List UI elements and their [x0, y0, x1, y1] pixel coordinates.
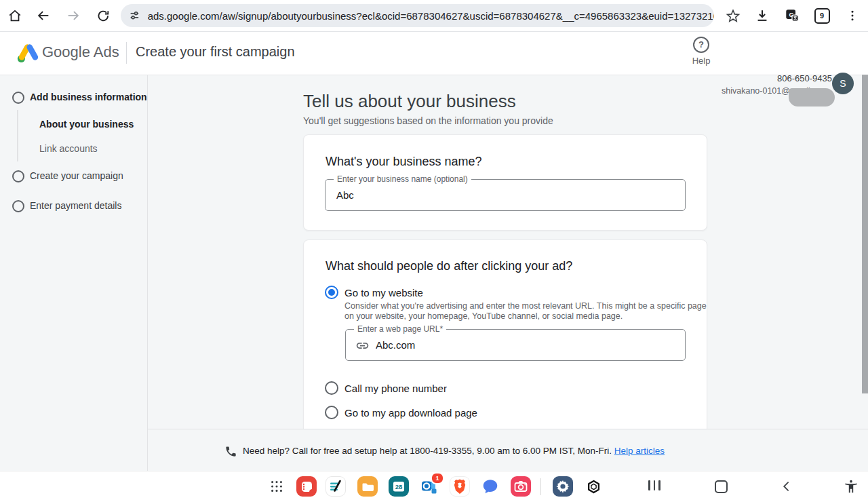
browser-menu-button[interactable]	[843, 6, 862, 25]
brand-name: Google Ads	[42, 43, 119, 61]
phone-icon	[224, 445, 237, 458]
chatgpt-icon	[585, 478, 603, 496]
chatgpt-app-button[interactable]	[583, 476, 604, 497]
account-phone-number: 806-650-9435	[777, 73, 832, 83]
help-button[interactable]: ? Help	[688, 37, 715, 66]
ad-action-card: What should people do after clicking you…	[303, 239, 707, 429]
redaction-overlay	[789, 88, 835, 107]
sidebar-step-add-business-info[interactable]: Add business information	[30, 92, 147, 102]
site-settings-icon	[129, 9, 141, 22]
forward-icon	[66, 8, 81, 23]
recents-icon	[647, 480, 663, 493]
extensions-button[interactable]: 9	[812, 6, 831, 25]
home-nav-button[interactable]	[711, 476, 731, 497]
radio-go-to-app-download-page[interactable]	[325, 406, 338, 419]
reload-icon	[96, 9, 111, 23]
forward-button[interactable]	[64, 6, 83, 25]
sidebar-substep-about-your-business[interactable]: About your business	[39, 119, 134, 130]
business-name-question: What's your business name?	[326, 155, 482, 169]
go-to-website-description-line2: on your website, your homepage, YouTube …	[344, 311, 623, 322]
reminder-icon	[296, 476, 317, 497]
address-bar[interactable]: ads.google.com/aw/signup/aboutyourbusine…	[121, 4, 714, 27]
camera-icon	[511, 476, 531, 497]
app-grid-icon	[269, 479, 284, 494]
my-files-app-button[interactable]	[357, 476, 378, 497]
outlook-app-button[interactable]: 1	[419, 476, 439, 497]
radio-call-my-phone-number[interactable]	[325, 381, 338, 395]
bookmark-button[interactable]	[724, 6, 743, 25]
download-icon	[755, 8, 770, 23]
accessibility-icon	[844, 479, 859, 494]
home-nav-icon	[715, 480, 728, 493]
translate-icon: G	[785, 8, 800, 23]
help-footer: Need help? Call for free ad setup help a…	[148, 429, 868, 471]
recents-nav-button[interactable]	[644, 476, 665, 497]
back-chevron-icon	[780, 480, 793, 493]
progress-sidebar: Add business information About your busi…	[0, 75, 148, 471]
notes-app-button[interactable]	[326, 476, 346, 497]
camera-app-button[interactable]	[511, 476, 531, 497]
page-title: Create your first campaign	[136, 44, 295, 60]
radio-go-to-website[interactable]	[325, 286, 338, 299]
home-button[interactable]	[5, 6, 24, 25]
header-divider	[126, 42, 127, 64]
section-subtitle: You'll get suggestions based on the info…	[303, 115, 553, 126]
settings-app-button[interactable]	[553, 476, 573, 497]
star-icon	[726, 8, 741, 23]
sidebar-substep-link-accounts[interactable]: Link accounts	[39, 143, 98, 154]
messages-app-button[interactable]	[480, 476, 500, 497]
avatar[interactable]: S	[832, 73, 854, 94]
calendar-icon: 28	[389, 476, 409, 497]
taskbar-separator	[540, 478, 541, 495]
step2-circle	[12, 170, 24, 182]
chat-bubble-icon	[481, 477, 500, 496]
back-nav-button[interactable]	[776, 476, 797, 497]
web-page-url-field[interactable]: Enter a web page URL*	[345, 329, 686, 361]
notes-icon	[326, 476, 346, 497]
back-button[interactable]	[34, 6, 53, 25]
radio-go-to-app-download-page-label[interactable]: Go to my app download page	[344, 407, 477, 419]
step-connector	[17, 110, 18, 161]
screen: ads.google.com/aw/signup/aboutyourbusine…	[0, 0, 868, 502]
step1-circle	[12, 92, 24, 104]
business-name-card: What's your business name? Enter your bu…	[303, 134, 707, 231]
brave-app-button[interactable]	[450, 476, 470, 497]
business-name-input[interactable]	[326, 180, 685, 210]
sidebar-step-create-your-campaign[interactable]: Create your campaign	[30, 170, 123, 181]
browser-toolbar: ads.google.com/aw/signup/aboutyourbusine…	[0, 0, 868, 32]
web-page-url-input[interactable]	[346, 330, 685, 360]
scrollbar[interactable]	[862, 75, 868, 393]
reload-button[interactable]	[94, 6, 113, 25]
radio-call-my-phone-number-label[interactable]: Call my phone number	[344, 383, 447, 394]
radio-go-to-website-label[interactable]: Go to my website	[344, 287, 423, 298]
outlook-notification-badge: 1	[431, 472, 444, 484]
go-to-website-description-line1: Consider what you're advertising and ent…	[344, 301, 707, 311]
app-drawer-button[interactable]	[267, 476, 287, 497]
ad-action-question: What should people do after clicking you…	[326, 259, 572, 273]
extensions-count-badge: 9	[814, 8, 830, 24]
help-icon: ?	[693, 37, 709, 53]
folder-icon	[357, 476, 378, 497]
home-icon	[7, 8, 22, 23]
calendar-day-number: 28	[395, 483, 403, 490]
section-title: Tell us about your business	[303, 91, 516, 112]
url-text: ads.google.com/aw/signup/aboutyourbusine…	[148, 10, 714, 22]
step3-circle	[12, 200, 24, 212]
app-header: Google Ads Create your first campaign ? …	[0, 31, 868, 75]
taskbar: 28 1	[0, 471, 868, 502]
brave-icon	[450, 476, 470, 497]
gear-icon	[553, 476, 573, 497]
back-icon	[36, 8, 51, 23]
translate-button[interactable]: G	[783, 6, 802, 25]
main-content: Tell us about your business You'll get s…	[148, 75, 868, 429]
need-help-text: Need help? Call for free ad setup help a…	[243, 446, 665, 456]
accessibility-button[interactable]	[841, 476, 861, 497]
calendar-app-button[interactable]: 28	[389, 476, 409, 497]
help-articles-link[interactable]: Help articles	[614, 446, 665, 456]
download-button[interactable]	[753, 6, 772, 25]
reminder-app-button[interactable]	[296, 476, 317, 497]
business-name-field[interactable]: Enter your business name (optional)	[325, 179, 686, 211]
sidebar-step-enter-payment-details[interactable]: Enter payment details	[30, 200, 121, 211]
google-ads-logo	[16, 41, 41, 64]
three-dots-icon	[846, 9, 859, 22]
